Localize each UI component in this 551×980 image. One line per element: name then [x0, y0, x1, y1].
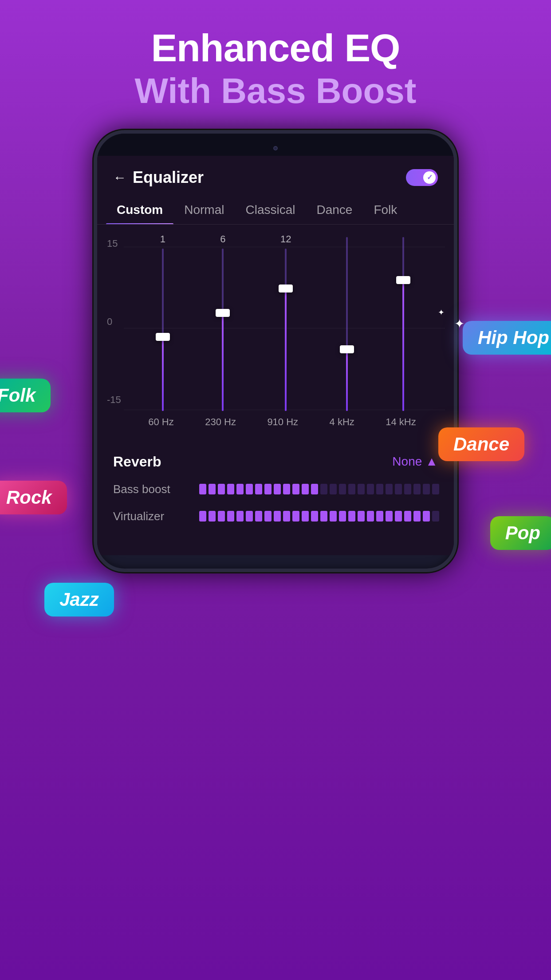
slider-track-1[interactable] — [162, 249, 164, 411]
badge-hip-hop: Hip Hop — [463, 321, 551, 355]
tab-dance[interactable]: Dance — [306, 196, 363, 224]
virtualizer-segment — [404, 511, 411, 522]
phone-notch — [269, 146, 282, 152]
virtualizer-segment — [330, 511, 337, 522]
bass-boost-segment — [404, 484, 411, 494]
bass-boost-segment — [413, 484, 421, 494]
check-icon: ✓ — [427, 173, 433, 182]
phone-top-bar — [97, 134, 454, 156]
virtualizer-segment — [348, 511, 355, 522]
eq-slider-col-4 — [346, 233, 348, 411]
reverb-row: Reverb None ▲ — [113, 454, 438, 470]
freq-label-2: 230 Hz — [205, 416, 236, 428]
page-title: Equalizer — [133, 168, 204, 187]
freq-label-5: 14 kHz — [386, 416, 416, 428]
bass-boost-segment — [236, 484, 244, 494]
virtualizer-segment — [292, 511, 299, 522]
bass-boost-segment — [264, 484, 272, 494]
eq-toggle[interactable]: ✓ — [406, 169, 438, 186]
slider-value-1: 1 — [160, 233, 165, 245]
sparkle-icon: ✦ — [454, 316, 464, 331]
bass-boost-segment — [348, 484, 355, 494]
tab-classical[interactable]: Classical — [235, 196, 306, 224]
virtualizer-segment — [264, 511, 272, 522]
virtualizer-segment — [367, 511, 374, 522]
slider-track-3[interactable] — [285, 249, 287, 411]
bass-boost-segment — [432, 484, 439, 494]
bass-boost-bar[interactable] — [199, 484, 439, 494]
virtualizer-segment — [236, 511, 244, 522]
virtualizer-segment — [386, 511, 393, 522]
bass-boost-segment — [246, 484, 253, 494]
freq-label-1: 60 Hz — [148, 416, 173, 428]
tab-folk[interactable]: Folk — [363, 196, 408, 224]
tab-custom[interactable]: Custom — [106, 196, 173, 224]
bass-boost-row: Bass boost — [113, 482, 438, 496]
bass-boost-segment — [358, 484, 365, 494]
chevron-up-icon: ▲ — [425, 454, 438, 469]
slider-track-4[interactable] — [346, 237, 348, 411]
virtualizer-segment — [218, 511, 225, 522]
virtualizer-segment — [274, 511, 281, 522]
virtualizer-bar[interactable] — [199, 511, 439, 522]
virtualizer-segment — [311, 511, 318, 522]
eq-slider-col-5 — [402, 233, 404, 411]
bass-boost-segment — [367, 484, 374, 494]
reverb-section: Reverb None ▲ — [97, 441, 454, 482]
bass-boost-segment — [395, 484, 402, 494]
bass-boost-segment — [386, 484, 393, 494]
eq-slider-col-3: 12 — [280, 233, 291, 411]
tab-normal[interactable]: Normal — [173, 196, 235, 224]
bass-boost-segment — [218, 484, 225, 494]
virtualizer-segment — [413, 511, 421, 522]
eq-tabs: Custom Normal Classical Dance Folk — [97, 196, 454, 225]
phone-frame: ← Equalizer ✓ Custom Normal Classical Da… — [94, 130, 457, 572]
badge-pop: Pop — [490, 516, 551, 550]
header-title-line1: Enhanced EQ — [0, 27, 551, 70]
eq-freq-labels: 60 Hz 230 Hz 910 Hz 4 kHz 14 kHz — [106, 411, 445, 428]
virtualizer-segment — [199, 511, 206, 522]
badge-dance: Dance — [438, 427, 524, 461]
bass-boost-segment — [320, 484, 327, 494]
bass-boost-label: Bass boost — [113, 482, 189, 496]
reverb-text: None — [392, 454, 422, 469]
eq-slider-col-1: 1 — [160, 233, 165, 411]
bass-boost-segment — [330, 484, 337, 494]
slider-track-5[interactable] — [402, 237, 404, 411]
virtualizer-segment — [395, 511, 402, 522]
virtualizer-segment — [376, 511, 383, 522]
virtualizer-segment — [320, 511, 327, 522]
sparkle-icon-2: ✦ — [438, 308, 445, 317]
virtualizer-segment — [255, 511, 262, 522]
virtualizer-segment — [358, 511, 365, 522]
badge-rock: Rock — [0, 481, 67, 514]
bass-boost-segment — [311, 484, 318, 494]
eq-header: ← Equalizer ✓ — [97, 156, 454, 196]
header-title-line2: With Bass Boost — [0, 70, 551, 112]
badge-jazz: Jazz — [44, 583, 114, 616]
back-arrow-icon: ← — [113, 170, 126, 185]
bass-boost-segment — [292, 484, 299, 494]
virtualizer-segment — [302, 511, 309, 522]
virtualizer-label: Virtualizer — [113, 510, 189, 523]
freq-label-3: 910 Hz — [267, 416, 298, 428]
eq-sliders-area: 15 0 -15 1 — [97, 225, 454, 441]
slider-value-3: 12 — [280, 233, 291, 245]
virtualizer-segment — [209, 511, 216, 522]
slider-track-2[interactable] — [222, 249, 224, 411]
bass-boost-segment — [199, 484, 206, 494]
bass-boost-segment — [227, 484, 234, 494]
reverb-value[interactable]: None ▲ — [392, 454, 438, 469]
virtualizer-segment — [339, 511, 346, 522]
bass-boost-segment — [283, 484, 290, 494]
virtualizer-segment — [423, 511, 430, 522]
eq-sliders-row: 1 6 — [106, 233, 445, 411]
virtualizer-segment — [246, 511, 253, 522]
virtualizer-segment — [283, 511, 290, 522]
back-button[interactable]: ← Equalizer — [113, 168, 204, 187]
bass-boost-segment — [274, 484, 281, 494]
phone-camera — [273, 146, 278, 150]
virtualizer-segment — [227, 511, 234, 522]
bass-boost-segment — [255, 484, 262, 494]
bass-boost-segment — [339, 484, 346, 494]
